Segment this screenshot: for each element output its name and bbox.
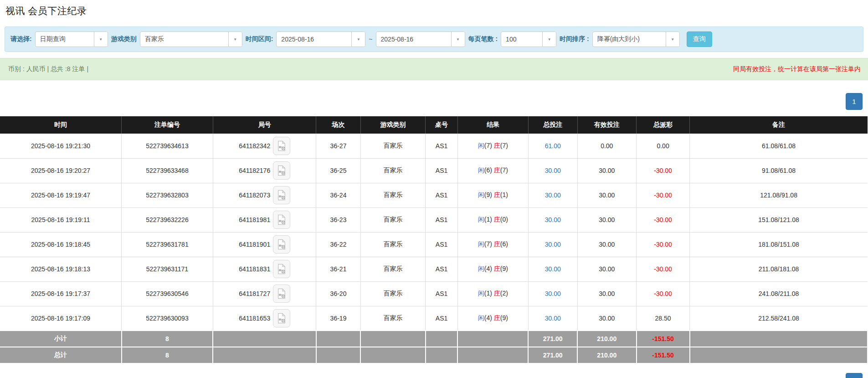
cell-total-bet[interactable]: 30.00 xyxy=(528,158,577,183)
cell-bet-id: 522739630546 xyxy=(122,281,213,306)
col-header-table: 桌号 xyxy=(426,116,457,134)
cell-total-bet[interactable]: 30.00 xyxy=(528,183,577,207)
video-file-icon xyxy=(277,190,287,201)
cell-result: 闲(4) 庄(9) xyxy=(457,306,528,331)
result-banker-score: (7) xyxy=(500,166,508,174)
cell-session: 36-22 xyxy=(316,232,360,257)
result-banker-score: (1) xyxy=(500,191,508,198)
page-button-1[interactable]: 1 xyxy=(846,373,863,378)
result-player-score: (9) xyxy=(484,191,492,198)
result-banker-score: (6) xyxy=(500,240,508,248)
result-player-label: 闲 xyxy=(478,240,484,248)
cell-round-id: 641181831 xyxy=(213,257,316,281)
col-header-result: 结果 xyxy=(457,116,528,134)
table-row: 2025-08-16 19:19:47522739632803641182073… xyxy=(0,183,868,207)
play-video-button[interactable] xyxy=(273,260,290,278)
play-video-button[interactable] xyxy=(273,211,290,229)
chevron-down-icon[interactable]: ▼ xyxy=(666,32,679,47)
cell-total-bet[interactable]: 30.00 xyxy=(528,207,577,232)
cell-session: 36-24 xyxy=(316,183,360,207)
date-to-value: 2025-08-16 xyxy=(376,32,451,47)
result-banker-score: (7) xyxy=(500,142,508,149)
cell-total-bet[interactable]: 30.00 xyxy=(528,257,577,281)
cell-result: 闲(7) 庄(7) xyxy=(457,134,528,158)
play-video-button[interactable] xyxy=(273,235,290,254)
page-size-select[interactable]: 100 ▼ xyxy=(501,31,556,47)
cell-table: AS1 xyxy=(426,306,457,331)
page-button-1[interactable]: 1 xyxy=(846,93,863,110)
game-type-value: 百家乐 xyxy=(140,32,228,47)
cell-time: 2025-08-16 19:21:30 xyxy=(0,134,122,158)
total-label: 总计 xyxy=(0,347,122,363)
result-banker-label: 庄 xyxy=(494,142,500,149)
cell-time: 2025-08-16 19:19:11 xyxy=(0,207,122,232)
round-id-value: 641181727 xyxy=(239,290,270,297)
game-type-select[interactable]: 百家乐 ▼ xyxy=(140,31,242,47)
pagination-bottom: 1 xyxy=(846,373,863,378)
play-video-button[interactable] xyxy=(273,285,290,303)
play-video-button[interactable] xyxy=(273,137,290,155)
cell-time: 2025-08-16 19:18:13 xyxy=(0,257,122,281)
cell-table: AS1 xyxy=(426,134,457,158)
cell-result: 闲(1) 庄(2) xyxy=(457,281,528,306)
round-id-value: 641181901 xyxy=(239,241,270,248)
video-file-icon xyxy=(277,239,287,250)
cell-valid-bet: 0.00 xyxy=(577,134,636,158)
total-valid-bet: 210.00 xyxy=(577,347,636,363)
cell-round-id: 641181901 xyxy=(213,232,316,257)
cell-total-bet[interactable]: 30.00 xyxy=(528,232,577,257)
chevron-down-icon[interactable]: ▼ xyxy=(228,32,242,47)
total-total-bet: 271.00 xyxy=(528,347,577,363)
chevron-down-icon[interactable]: ▼ xyxy=(94,32,108,47)
cell-result: 闲(1) 庄(0) xyxy=(457,207,528,232)
cell-result: 闲(9) 庄(1) xyxy=(457,183,528,207)
result-banker-score: (9) xyxy=(500,314,508,321)
cell-payout: 0.00 xyxy=(637,134,690,158)
cell-bet-id: 522739631171 xyxy=(122,257,213,281)
cell-time: 2025-08-16 19:20:27 xyxy=(0,158,122,183)
cell-payout: -30.00 xyxy=(637,207,690,232)
result-player-score: (7) xyxy=(484,240,492,248)
cell-session: 36-19 xyxy=(316,306,360,331)
cell-total-bet[interactable]: 30.00 xyxy=(528,306,577,331)
time-range-label: 时间区间: xyxy=(246,35,273,43)
date-to-select[interactable]: 2025-08-16 ▼ xyxy=(376,31,465,47)
time-sort-select[interactable]: 降幂(由大到小) ▼ xyxy=(592,31,680,47)
query-type-select[interactable]: 日期查询 ▼ xyxy=(35,31,108,47)
col-header-bet-id: 注单编号 xyxy=(122,116,213,134)
summary-bar: 币别 : 人民币 | 总共 :8 注单 | 同局有效投注，统一计算在该局第一张注… xyxy=(0,58,868,80)
cell-game-type: 百家乐 xyxy=(360,281,426,306)
cell-total-bet[interactable]: 30.00 xyxy=(528,281,577,306)
cell-bet-id: 522739634613 xyxy=(122,134,213,158)
result-player-score: (4) xyxy=(484,314,492,321)
cell-valid-bet: 30.00 xyxy=(577,281,636,306)
chevron-down-icon[interactable]: ▼ xyxy=(451,32,465,47)
cell-table: AS1 xyxy=(426,232,457,257)
cell-session: 36-21 xyxy=(316,257,360,281)
play-video-button[interactable] xyxy=(273,186,290,204)
cell-bet-id: 522739632803 xyxy=(122,183,213,207)
cell-result: 闲(7) 庄(6) xyxy=(457,232,528,257)
cell-round-id: 641181981 xyxy=(213,207,316,232)
cell-valid-bet: 30.00 xyxy=(577,207,636,232)
result-banker-label: 庄 xyxy=(494,240,500,248)
round-id-value: 641181831 xyxy=(239,265,270,273)
result-banker-label: 庄 xyxy=(494,166,500,174)
cell-total-bet[interactable]: 61.00 xyxy=(528,134,577,158)
search-button[interactable]: 查询 xyxy=(687,31,712,47)
query-type-label: 请选择: xyxy=(10,35,32,43)
result-player-score: (4) xyxy=(484,265,492,272)
result-banker-label: 庄 xyxy=(494,290,500,297)
chevron-down-icon[interactable]: ▼ xyxy=(351,32,365,47)
result-player-score: (1) xyxy=(484,216,492,223)
page-size-value: 100 xyxy=(501,32,542,47)
col-header-total-bet: 总投注 xyxy=(528,116,577,134)
chevron-down-icon[interactable]: ▼ xyxy=(542,32,556,47)
play-video-button[interactable] xyxy=(273,161,290,180)
date-from-select[interactable]: 2025-08-16 ▼ xyxy=(276,31,365,47)
cell-valid-bet: 30.00 xyxy=(577,257,636,281)
play-video-button[interactable] xyxy=(273,309,290,327)
round-id-value: 641181653 xyxy=(239,315,270,322)
result-banker-score: (9) xyxy=(500,265,508,272)
cell-remark: 91.08/61.08 xyxy=(690,158,868,183)
